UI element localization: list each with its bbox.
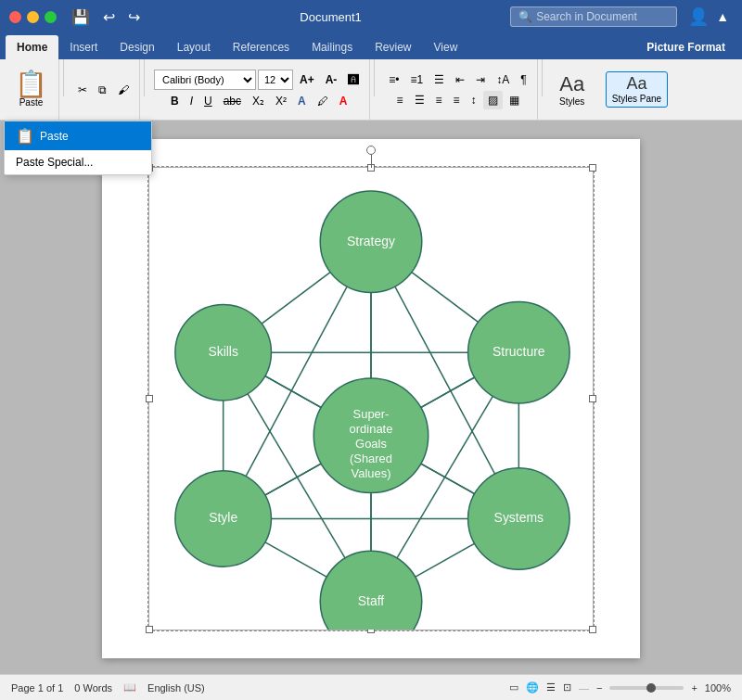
font-name-select[interactable]: Calibri (Body) (154, 70, 256, 90)
traffic-lights (9, 11, 57, 23)
paste-icon: 📋 (15, 71, 47, 97)
shrink-font-button[interactable]: A- (321, 70, 342, 89)
svg-text:Systems: Systems (494, 510, 544, 525)
superscript-button[interactable]: X² (271, 92, 291, 110)
styles-pane-group: Aa Styles Pane (598, 59, 675, 120)
tab-insert[interactable]: Insert (58, 35, 109, 59)
ribbon-tabs: Home Insert Design Layout References Mai… (0, 33, 742, 59)
paragraph-group: ≡• ≡1 ☰ ⇤ ⇥ ↕A ¶ ≡ ☰ ≡ ≡ ↕ ▨ ▦ (378, 59, 537, 120)
svg-text:Values): Values) (352, 466, 391, 480)
tab-layout[interactable]: Layout (166, 35, 222, 59)
svg-text:Strategy: Strategy (347, 234, 395, 248)
user-icon[interactable]: 👤 (684, 5, 712, 29)
svg-text:(Shared: (Shared (350, 452, 392, 465)
subscript-button[interactable]: X₂ (248, 92, 269, 110)
save-icon[interactable]: 💾 (68, 6, 94, 28)
paste-item-icon: 📋 (16, 127, 34, 145)
show-hide-button[interactable]: ¶ (516, 70, 531, 89)
redo-icon[interactable]: ↪ (124, 6, 144, 28)
grow-font-button[interactable]: A+ (295, 70, 319, 89)
tab-view[interactable]: View (423, 35, 469, 59)
ribbon-toolbar: 📋 Paste 📋 Paste Paste Special... ✂ ⧉ 🖌 C… (0, 59, 742, 121)
styles-button[interactable]: Aa Styles (554, 70, 591, 108)
view-outline-icon[interactable]: ☰ (546, 681, 556, 694)
italic-button[interactable]: I (186, 92, 198, 110)
underline-button[interactable]: U (199, 92, 217, 110)
clear-format-button[interactable]: 🅰 (343, 70, 364, 89)
paste-label: Paste (19, 97, 44, 108)
multi-list-button[interactable]: ☰ (429, 70, 449, 89)
bold-button[interactable]: B (166, 92, 184, 110)
view-web-icon[interactable]: 🌐 (526, 681, 539, 694)
numbering-button[interactable]: ≡1 (406, 70, 429, 89)
minimize-button[interactable] (27, 11, 39, 23)
align-right-button[interactable]: ≡ (431, 91, 447, 109)
highlight-button[interactable]: 🖊 (313, 92, 333, 110)
paste-special-item[interactable]: Paste Special... (5, 150, 151, 174)
increase-indent-button[interactable]: ⇥ (471, 70, 490, 89)
maximize-button[interactable] (45, 11, 57, 23)
cut-button[interactable]: ✂ (73, 81, 92, 99)
tab-review[interactable]: Review (364, 35, 422, 59)
text-effects-button[interactable]: A (293, 92, 311, 110)
align-left-button[interactable]: ≡ (392, 91, 408, 109)
word-count: 0 Words (74, 682, 112, 694)
document-title: Document1 (151, 10, 510, 24)
svg-text:Goals: Goals (355, 437, 387, 451)
language[interactable]: English (US) (147, 682, 205, 694)
svg-text:Super-: Super- (353, 407, 390, 421)
document-page: Strategy Skills Structure Super- ordinat… (102, 139, 640, 658)
font-color-button[interactable]: A (335, 92, 352, 110)
zoom-slider[interactable] (609, 686, 684, 690)
paste-button[interactable]: 📋 Paste (11, 70, 51, 109)
svg-text:Structure: Structure (493, 344, 545, 359)
bullets-button[interactable]: ≡• (384, 70, 403, 89)
tab-mailings[interactable]: Mailings (301, 35, 364, 59)
strikethrough-button[interactable]: abc (219, 92, 246, 110)
styles-label: Styles (559, 96, 584, 107)
proofing-icon[interactable]: 📖 (123, 681, 136, 694)
search-input[interactable] (536, 10, 666, 23)
title-bar: 💾 ↩ ↪ Document1 🔍 👤 ▲ (0, 0, 742, 33)
svg-point-37 (320, 551, 422, 630)
svg-text:Style: Style (209, 510, 237, 525)
tab-picture-format[interactable]: Picture Format (635, 35, 736, 59)
document-area: Strategy Skills Structure Super- ordinat… (0, 121, 742, 674)
paste-dropdown-paste[interactable]: 📋 Paste (5, 121, 151, 150)
close-button[interactable] (9, 11, 21, 23)
chevron-up-icon[interactable]: ▲ (712, 7, 733, 26)
undo-icon[interactable]: ↩ (99, 6, 119, 28)
zoom-in-icon[interactable]: + (691, 682, 697, 694)
styles-group: Aa Styles (546, 59, 598, 120)
styles-icon: Aa (559, 72, 584, 96)
decrease-indent-button[interactable]: ⇤ (451, 70, 469, 89)
rotate-handle[interactable] (366, 146, 376, 168)
line-spacing-button[interactable]: ↕ (467, 91, 481, 109)
zoom-level[interactable]: 100% (705, 682, 731, 694)
divider-3 (374, 59, 375, 96)
zoom-thumb (646, 683, 656, 693)
tab-home[interactable]: Home (6, 35, 58, 59)
borders-button[interactable]: ▦ (505, 91, 524, 109)
diagram-container[interactable]: Strategy Skills Structure Super- ordinat… (148, 167, 594, 630)
clipboard-group: ✂ ⧉ 🖌 (68, 59, 140, 120)
sort-button[interactable]: ↕A (492, 70, 514, 89)
styles-pane-button[interactable]: Aa Styles Pane (606, 71, 668, 108)
format-painter-button[interactable]: 🖌 (113, 81, 134, 99)
view-focus-icon[interactable]: ⊡ (563, 681, 571, 694)
paste-item-label: Paste (40, 130, 69, 143)
page-info: Page 1 of 1 (11, 682, 63, 694)
shading-button[interactable]: ▨ (483, 91, 503, 109)
justify-button[interactable]: ≡ (449, 91, 465, 109)
search-bar[interactable]: 🔍 (510, 6, 677, 27)
styles-pane-icon: Aa (626, 74, 646, 94)
tab-design[interactable]: Design (109, 35, 165, 59)
view-print-icon[interactable]: ▭ (509, 681, 518, 694)
font-size-select[interactable]: 12 (258, 70, 293, 90)
align-center-button[interactable]: ☰ (410, 91, 429, 109)
status-right: ▭ 🌐 ☰ ⊡ — − + 100% (509, 681, 731, 694)
copy-button[interactable]: ⧉ (94, 81, 111, 99)
zoom-out-icon[interactable]: − (596, 682, 602, 694)
divider-1 (63, 59, 64, 96)
tab-references[interactable]: References (222, 35, 301, 59)
